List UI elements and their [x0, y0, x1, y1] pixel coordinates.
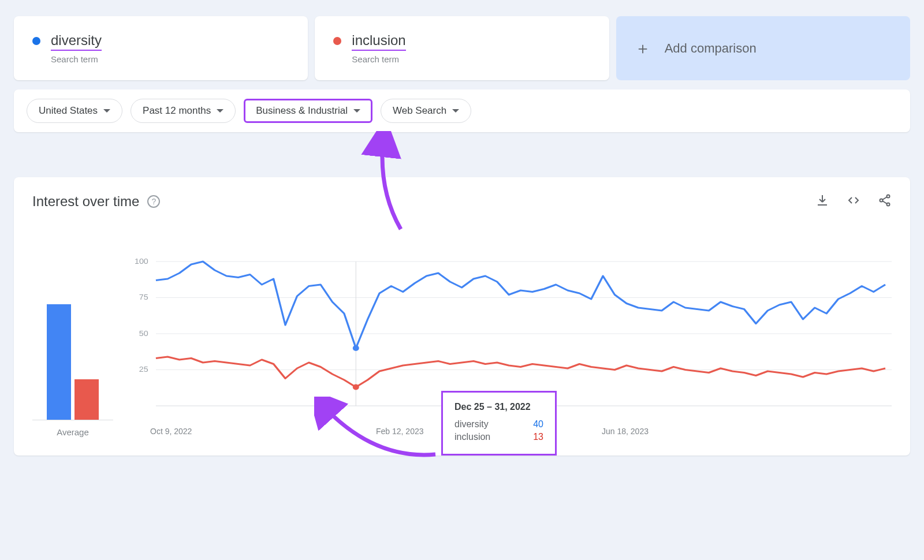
chart-tooltip: Dec 25 – 31, 2022 diversity 40 inclusion…	[441, 391, 557, 456]
average-block: Average	[32, 305, 113, 437]
term-subtitle: Search term	[352, 54, 405, 64]
chevron-down-icon	[103, 109, 110, 113]
filter-category-label: Business & Industrial	[256, 105, 348, 117]
chevron-down-icon	[353, 109, 360, 113]
svg-text:75: 75	[139, 293, 148, 301]
tooltip-series-label: diversity	[454, 419, 489, 430]
filter-region-label: United States	[39, 105, 98, 117]
chevron-down-icon	[452, 109, 459, 113]
embed-icon[interactable]	[847, 193, 860, 210]
avg-bar-diversity	[47, 304, 71, 420]
add-comparison-button[interactable]: ＋ Add comparison	[616, 16, 910, 80]
tooltip-series-value: 13	[533, 432, 543, 442]
filter-search-type-label: Web Search	[393, 105, 446, 117]
series-dot-blue	[32, 37, 40, 45]
chevron-down-icon	[217, 109, 223, 113]
comparison-row: diversity Search term inclusion Search t…	[14, 16, 910, 80]
series-dot-red	[333, 37, 341, 45]
plus-icon: ＋	[635, 40, 651, 57]
tooltip-date: Dec 25 – 31, 2022	[454, 402, 543, 412]
filter-category[interactable]: Business & Industrial	[244, 99, 372, 123]
filter-timeframe[interactable]: Past 12 months	[131, 99, 236, 123]
panel-title: Interest over time	[32, 193, 139, 210]
filter-timeframe-label: Past 12 months	[143, 105, 211, 117]
term-card-diversity[interactable]: diversity Search term	[14, 16, 308, 80]
term-label: inclusion	[352, 32, 405, 51]
x-axis-tick: Feb 12, 2023	[376, 427, 424, 436]
share-icon[interactable]	[878, 193, 892, 210]
svg-text:100: 100	[135, 257, 148, 266]
term-label: diversity	[51, 32, 102, 51]
avg-bar-inclusion	[74, 379, 99, 420]
svg-text:50: 50	[139, 330, 148, 338]
filter-bar: United States Past 12 months Business & …	[14, 89, 910, 132]
download-icon[interactable]	[815, 193, 829, 210]
filter-region[interactable]: United States	[27, 99, 122, 123]
term-subtitle: Search term	[51, 54, 102, 64]
chart-panel: Interest over time ? Average 100755025	[14, 177, 910, 456]
svg-point-13	[353, 345, 359, 351]
help-icon[interactable]: ?	[147, 195, 160, 208]
tooltip-series-value: 40	[533, 419, 543, 430]
filter-search-type[interactable]: Web Search	[381, 99, 471, 123]
x-axis-tick: Jun 18, 2023	[602, 427, 649, 436]
add-comparison-label: Add comparison	[665, 41, 757, 56]
svg-text:25: 25	[139, 365, 148, 374]
term-card-inclusion[interactable]: inclusion Search term	[315, 16, 609, 80]
panel-actions	[815, 193, 892, 210]
tooltip-series-label: inclusion	[454, 432, 490, 442]
average-label: Average	[32, 427, 113, 437]
annotation-arrow-icon	[355, 131, 424, 235]
x-axis-tick: Oct 9, 2022	[150, 427, 192, 436]
svg-point-14	[353, 384, 359, 390]
